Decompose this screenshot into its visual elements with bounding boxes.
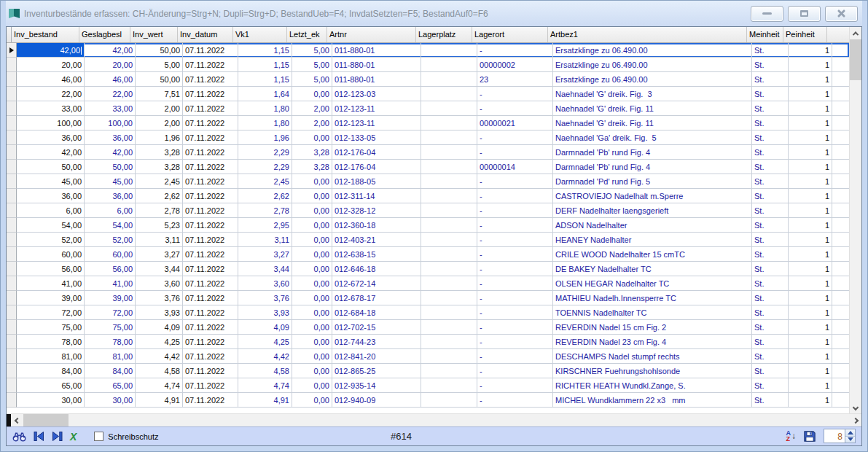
spinner-value[interactable]: 8 xyxy=(824,429,845,443)
column-header-inv_bestand[interactable]: Inv_bestand xyxy=(12,27,79,42)
column-header-peinheit[interactable]: Peinheit xyxy=(783,27,827,42)
table-cell[interactable]: - xyxy=(477,218,553,233)
table-cell[interactable]: 1 xyxy=(789,247,832,262)
column-header-inv_datum[interactable]: Inv_datum xyxy=(178,27,233,42)
table-cell[interactable]: 52,00 xyxy=(85,233,136,247)
table-cell[interactable]: 42,00 xyxy=(85,43,136,58)
table-cell[interactable]: 2,00 xyxy=(136,101,183,116)
table-cell[interactable]: 22,00 xyxy=(17,87,85,101)
table-cell[interactable]: 65,00 xyxy=(85,378,136,393)
table-cell[interactable]: 42,00 xyxy=(17,43,85,58)
table-cell[interactable]: 012-311-14 xyxy=(332,189,421,203)
row-indicator[interactable] xyxy=(7,218,17,233)
table-cell[interactable]: 1 xyxy=(789,145,832,160)
table-cell[interactable]: 56,00 xyxy=(85,262,136,276)
table-cell[interactable]: St. xyxy=(752,378,789,393)
table-cell[interactable]: 2,00 xyxy=(292,101,332,116)
table-cell[interactable]: 012-176-04 xyxy=(332,145,421,160)
table-cell[interactable]: 3,44 xyxy=(136,262,183,276)
table-cell[interactable]: TOENNIS Nadelhalter TC xyxy=(553,305,752,320)
table-cell[interactable]: 07.11.2022 xyxy=(183,189,238,203)
table-cell[interactable] xyxy=(421,145,477,160)
table-cell[interactable]: Ersatzklinge zu 06.490.00 xyxy=(553,72,752,87)
table-cell[interactable]: St. xyxy=(752,247,789,262)
scroll-left-button[interactable] xyxy=(11,414,23,426)
table-cell[interactable]: - xyxy=(477,393,553,408)
table-cell[interactable]: 012-678-17 xyxy=(332,291,421,305)
table-cell[interactable]: 012-940-09 xyxy=(332,393,421,408)
table-cell[interactable]: 1 xyxy=(789,87,832,101)
table-cell[interactable]: 0,00 xyxy=(292,276,332,291)
table-cell[interactable]: 0,00 xyxy=(292,335,332,349)
table-cell[interactable]: 07.11.2022 xyxy=(183,130,238,145)
table-cell[interactable]: 07.11.2022 xyxy=(183,233,238,247)
table-cell[interactable]: 07.11.2022 xyxy=(183,335,238,349)
table-cell[interactable]: 4,25 xyxy=(238,335,292,349)
table-cell[interactable]: 1 xyxy=(789,58,832,72)
column-header-geslagbest[interactable]: Geslagbesl xyxy=(79,27,130,42)
table-cell[interactable]: 07.11.2022 xyxy=(183,276,238,291)
table-cell[interactable]: 07.11.2022 xyxy=(183,218,238,233)
table-cell[interactable]: 6,00 xyxy=(85,203,136,218)
table-cell[interactable]: - xyxy=(477,349,553,364)
table-cell[interactable]: 4,42 xyxy=(238,349,292,364)
table-cell[interactable] xyxy=(421,335,477,349)
column-header-inv_wert[interactable]: Inv_wert xyxy=(130,27,178,42)
table-cell[interactable]: 0,00 xyxy=(292,203,332,218)
table-cell[interactable]: 54,00 xyxy=(85,218,136,233)
table-cell[interactable]: 41,00 xyxy=(85,276,136,291)
table-cell[interactable]: Ersatzklinge zu 06.490.00 xyxy=(553,43,752,58)
table-cell[interactable]: 1 xyxy=(789,393,832,408)
table-cell[interactable]: 2,95 xyxy=(238,218,292,233)
scroll-up-button[interactable] xyxy=(850,27,861,39)
table-cell[interactable]: 0,00 xyxy=(292,305,332,320)
table-cell[interactable]: St. xyxy=(752,72,789,87)
table-cell[interactable]: 72,00 xyxy=(85,305,136,320)
table-cell[interactable]: 5,00 xyxy=(136,58,183,72)
table-cell[interactable] xyxy=(421,218,477,233)
scroll-right-button[interactable] xyxy=(849,414,861,426)
table-cell[interactable]: 4,42 xyxy=(136,349,183,364)
table-cell[interactable]: 36,00 xyxy=(85,189,136,203)
table-cell[interactable]: 07.11.2022 xyxy=(183,291,238,305)
row-indicator[interactable] xyxy=(7,291,17,305)
table-cell[interactable]: 07.11.2022 xyxy=(183,349,238,364)
titlebar[interactable]: Inventurbestände erfassen: CH-Änderung=S… xyxy=(6,1,862,26)
vertical-scroll-thumb[interactable] xyxy=(850,39,861,80)
table-cell[interactable]: 012-702-15 xyxy=(332,320,421,335)
table-cell[interactable]: 46,00 xyxy=(85,72,136,87)
table-cell[interactable]: 1 xyxy=(789,43,832,58)
table-cell[interactable]: 0,00 xyxy=(292,218,332,233)
table-cell[interactable]: 100,00 xyxy=(85,116,136,130)
table-cell[interactable] xyxy=(421,320,477,335)
table-cell[interactable]: 0,00 xyxy=(292,378,332,393)
table-cell[interactable]: 3,28 xyxy=(136,145,183,160)
table-cell[interactable]: 1,80 xyxy=(238,116,292,130)
row-indicator[interactable] xyxy=(7,101,17,116)
table-cell[interactable]: 07.11.2022 xyxy=(183,87,238,101)
table-cell[interactable]: 54,00 xyxy=(17,218,85,233)
table-cell[interactable]: CRILE WOOD Nadelhalter 15 cmTC xyxy=(553,247,752,262)
table-cell[interactable]: Naehnadel 'G' dreik. Fig. 11 xyxy=(553,101,752,116)
table-cell[interactable]: St. xyxy=(752,189,789,203)
table-cell[interactable]: 78,00 xyxy=(85,335,136,349)
table-cell[interactable]: St. xyxy=(752,305,789,320)
table-cell[interactable]: 012-935-14 xyxy=(332,378,421,393)
table-cell[interactable]: St. xyxy=(752,130,789,145)
table-cell[interactable]: 07.11.2022 xyxy=(183,378,238,393)
table-cell[interactable]: 0,00 xyxy=(292,233,332,247)
table-cell[interactable]: 0,00 xyxy=(292,189,332,203)
column-header-vk1[interactable]: Vk1 xyxy=(233,27,287,42)
row-indicator[interactable] xyxy=(7,320,17,335)
table-cell[interactable]: 1 xyxy=(789,189,832,203)
table-cell[interactable]: 0,00 xyxy=(292,87,332,101)
table-cell[interactable]: 012-646-18 xyxy=(332,262,421,276)
table-cell[interactable]: REVERDIN Nadel 15 cm Fig. 2 xyxy=(553,320,752,335)
table-cell[interactable]: 3,60 xyxy=(238,276,292,291)
table-cell[interactable]: 0,00 xyxy=(292,291,332,305)
table-cell[interactable]: 36,00 xyxy=(85,130,136,145)
table-cell[interactable]: 07.11.2022 xyxy=(183,262,238,276)
table-cell[interactable]: 0,00 xyxy=(292,262,332,276)
table-cell[interactable]: 2,78 xyxy=(136,203,183,218)
spinner-down-button[interactable] xyxy=(845,436,855,443)
